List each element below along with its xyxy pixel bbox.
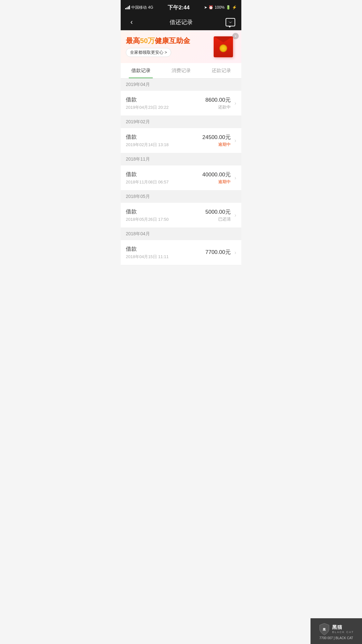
record-amount-area: 5000.00元 已还清 <box>205 208 230 222</box>
banner-title-part2: 健康互助金 <box>155 37 190 45</box>
signal-bar-2 <box>126 7 127 9</box>
record-amount: 7700.00元 <box>205 248 230 256</box>
section-title-2018-05: 2018年05月 <box>126 194 150 199</box>
record-status: 逾期中 <box>202 179 231 185</box>
record-item[interactable]: 借款 2019年04月23日 20:22 8600.00元 还款中 › <box>121 91 241 116</box>
chevron-right-icon: › <box>235 100 236 106</box>
tab-borrow-label: 借款记录 <box>131 68 151 73</box>
banner-title-highlight: 50万 <box>140 37 155 45</box>
alarm-icon: ⏰ <box>209 5 213 10</box>
record-right: 8600.00元 还款中 › <box>205 96 236 110</box>
section-title-2018-11: 2018年11月 <box>126 156 150 162</box>
section-header-2018-11: 2018年11月 <box>121 153 241 165</box>
carrier-label: 中国移动 <box>131 5 147 10</box>
record-type: 借款 <box>126 96 205 103</box>
record-date: 2019年02月14日 13:18 <box>126 142 202 148</box>
time-label: 下午2:44 <box>168 4 190 11</box>
record-amount: 8600.00元 <box>205 96 230 104</box>
record-right: 40000.00元 逾期中 › <box>202 171 236 185</box>
section-header-2018-05: 2018年05月 <box>121 191 241 203</box>
records-list: 2019年04月 借款 2019年04月23日 20:22 8600.00元 还… <box>121 79 241 265</box>
section-title-2018-04: 2018年04月 <box>126 231 150 236</box>
record-amount-area: 24500.00元 逾期中 <box>202 134 231 147</box>
record-status: 已还清 <box>205 216 230 222</box>
record-left: 借款 2019年02月14日 13:18 <box>126 133 202 148</box>
record-item[interactable]: 借款 2018年11月08日 06:57 40000.00元 逾期中 › <box>121 165 241 191</box>
chevron-right-icon: › <box>235 212 236 218</box>
chat-icon: ·ᴗ· <box>226 18 235 26</box>
network-label: 4G <box>148 5 153 10</box>
chevron-right-icon: › <box>235 250 236 256</box>
record-amount-area: 40000.00元 逾期中 <box>202 171 231 185</box>
chat-face-icon: ·ᴗ· <box>228 20 232 23</box>
record-amount-area: 7700.00元 <box>205 248 230 257</box>
record-amount-area: 8600.00元 还款中 <box>205 96 230 110</box>
record-type: 借款 <box>126 208 205 215</box>
section-header-2018-04: 2018年04月 <box>121 228 241 240</box>
page-title: 借还记录 <box>170 18 193 26</box>
status-right: ➤ ⏰ 100% 🔋 ⚡ <box>204 5 237 10</box>
chevron-right-icon: › <box>235 175 236 181</box>
red-envelope-icon <box>214 36 233 57</box>
record-status: 逾期中 <box>202 142 231 147</box>
tab-spend-label: 消费记录 <box>172 68 191 73</box>
record-status: 还款中 <box>205 104 230 110</box>
record-amount: 24500.00元 <box>202 134 231 141</box>
banner-subtitle-text: 全家都领取更安心 > <box>130 50 167 55</box>
nav-bar: ‹ 借还记录 ·ᴗ· <box>121 14 241 30</box>
record-right: 7700.00元 › <box>205 248 236 257</box>
banner-image <box>210 35 236 58</box>
banner-close-button[interactable]: × <box>232 33 239 39</box>
record-item[interactable]: 借款 2018年05月26日 17:50 5000.00元 已还清 › <box>121 203 241 228</box>
record-type: 借款 <box>126 245 205 253</box>
record-date: 2019年04月23日 20:22 <box>126 105 205 110</box>
record-date: 2018年04月15日 11:11 <box>126 254 205 260</box>
tab-spend-records[interactable]: 消费记录 <box>161 63 201 78</box>
record-right: 24500.00元 逾期中 › <box>202 134 236 147</box>
status-bar: 中国移动 4G 下午2:44 ➤ ⏰ 100% 🔋 ⚡ <box>121 0 241 14</box>
record-left: 借款 2018年11月08日 06:57 <box>126 171 202 185</box>
signal-bar-4 <box>129 5 130 9</box>
signal-bar-1 <box>125 8 126 9</box>
banner-content: 最高50万健康互助金 全家都领取更安心 > <box>126 36 210 57</box>
tab-repay-records[interactable]: 还款记录 <box>201 63 241 78</box>
record-right: 5000.00元 已还清 › <box>205 208 236 222</box>
battery-icon: 🔋 <box>226 5 231 10</box>
tab-bar: 借款记录 消费记录 还款记录 <box>121 63 241 79</box>
banner: 最高50万健康互助金 全家都领取更安心 > × <box>121 30 241 63</box>
record-amount: 40000.00元 <box>202 171 231 178</box>
record-item[interactable]: 借款 2019年02月14日 13:18 24500.00元 逾期中 › <box>121 128 241 153</box>
back-button[interactable]: ‹ <box>126 16 137 28</box>
chevron-right-icon: › <box>235 138 236 144</box>
battery-label: 100% <box>215 5 225 10</box>
section-header-2019-02: 2019年02月 <box>121 116 241 128</box>
location-icon: ➤ <box>204 5 207 10</box>
record-left: 借款 2019年04月23日 20:22 <box>126 96 205 110</box>
signal-bars <box>125 5 130 9</box>
section-title-2019-02: 2019年02月 <box>126 119 150 124</box>
banner-title-part1: 最高 <box>126 37 140 45</box>
record-item[interactable]: 借款 2018年04月15日 11:11 7700.00元 › <box>121 240 241 265</box>
section-header-2019-04: 2019年04月 <box>121 79 241 91</box>
status-left: 中国移动 4G <box>125 5 153 10</box>
chat-button[interactable]: ·ᴗ· <box>225 16 236 28</box>
signal-bar-3 <box>128 6 129 9</box>
record-amount: 5000.00元 <box>205 208 230 216</box>
record-left: 借款 2018年05月26日 17:50 <box>126 208 205 222</box>
tab-borrow-records[interactable]: 借款记录 <box>121 63 161 78</box>
record-date: 2018年05月26日 17:50 <box>126 217 205 222</box>
record-type: 借款 <box>126 133 202 141</box>
record-type: 借款 <box>126 171 202 178</box>
tab-repay-label: 还款记录 <box>212 68 231 73</box>
banner-subtitle[interactable]: 全家都领取更安心 > <box>126 48 171 57</box>
record-date: 2018年11月08日 06:57 <box>126 179 202 185</box>
record-left: 借款 2018年04月15日 11:11 <box>126 245 205 260</box>
charging-icon: ⚡ <box>232 5 237 10</box>
banner-title: 最高50万健康互助金 <box>126 36 210 46</box>
section-title-2019-04: 2019年04月 <box>126 82 150 87</box>
coin-icon <box>219 44 227 52</box>
